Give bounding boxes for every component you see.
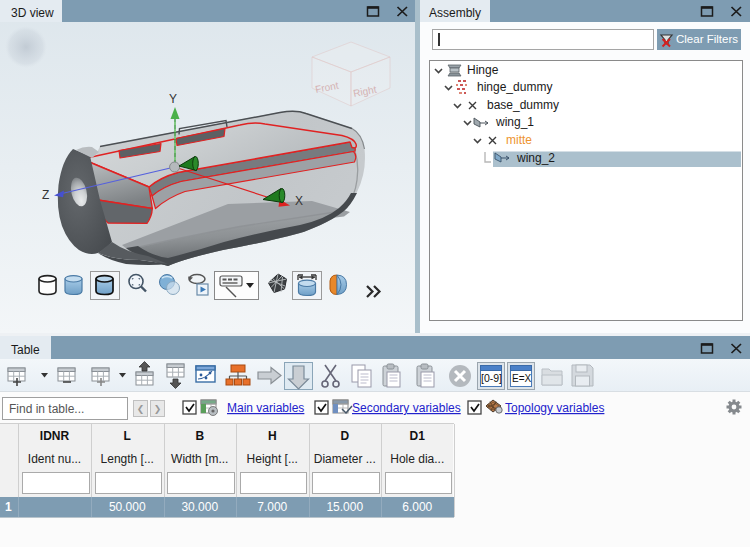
svg-text:E=X: E=X <box>512 373 532 384</box>
svg-text:hinge_dummy: hinge_dummy <box>477 80 552 94</box>
svg-text:Topology variables: Topology variables <box>505 401 604 415</box>
svg-text:wing_2: wing_2 <box>516 151 555 165</box>
svg-text:base_dummy: base_dummy <box>487 98 559 112</box>
svg-text:Main variables: Main variables <box>227 401 304 415</box>
svg-text:Z: Z <box>42 188 49 202</box>
svg-text:Y: Y <box>169 92 177 106</box>
svg-text:Secondary variables: Secondary variables <box>352 401 461 415</box>
svg-text:Hinge: Hinge <box>467 63 499 77</box>
svg-text:[0-9]: [0-9] <box>481 372 502 384</box>
svg-text:wing_1: wing_1 <box>495 115 534 129</box>
svg-text:X: X <box>295 194 303 208</box>
svg-text:mitte: mitte <box>506 133 532 147</box>
